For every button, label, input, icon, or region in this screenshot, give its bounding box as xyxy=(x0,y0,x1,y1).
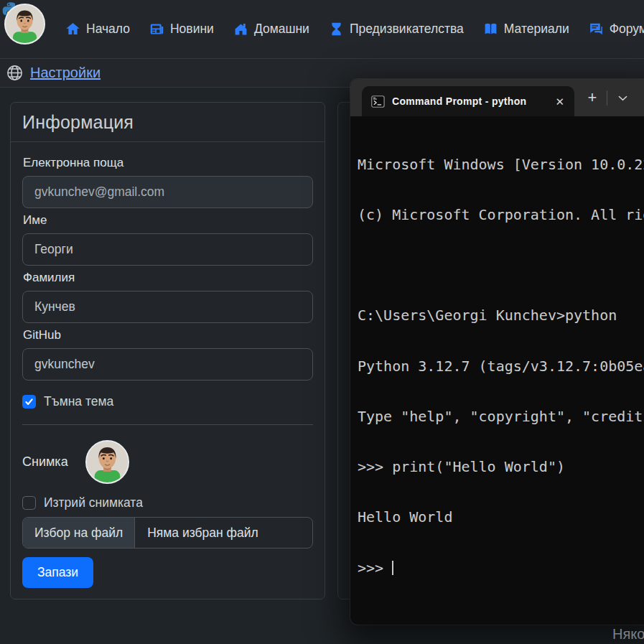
terminal-tab[interactable]: Command Prompt - python ✕ xyxy=(362,86,574,116)
terminal-window: Command Prompt - python ✕ + Microsoft Wi… xyxy=(350,79,644,625)
profile-photo xyxy=(85,440,129,484)
nav-label: Новини xyxy=(170,22,214,37)
hourglass-icon xyxy=(329,22,344,37)
nav-item-forum[interactable]: Форум xyxy=(589,22,644,37)
delete-photo-label: Изтрий снимката xyxy=(44,495,143,510)
brand-avatar[interactable] xyxy=(3,0,50,58)
terminal-line: C:\Users\Georgi Kunchev>python xyxy=(358,307,644,324)
save-button[interactable]: Запази xyxy=(22,557,93,588)
terminal-tab-bar: Command Prompt - python ✕ + xyxy=(350,79,644,116)
photo-label: Снимка xyxy=(22,454,68,470)
book-icon xyxy=(483,22,498,37)
new-tab-button[interactable]: + xyxy=(580,88,605,107)
terminal-line: Hello World xyxy=(358,509,644,526)
tab-dropdown-button[interactable] xyxy=(611,89,634,108)
nav-label: Предизвикателства xyxy=(350,22,464,37)
info-card-body: Електронна поща Име Фамилия GitHub Тъмна… xyxy=(11,142,325,598)
news-icon xyxy=(149,22,164,37)
nav-label: Домашни xyxy=(254,22,309,37)
dark-theme-checkbox[interactable] xyxy=(22,395,36,409)
globe-icon xyxy=(6,64,24,82)
info-card: Информация Електронна поща Име Фамилия G… xyxy=(10,102,325,599)
terminal-prompt-line: >>> xyxy=(358,560,644,577)
dark-theme-label: Тъмна тема xyxy=(44,394,113,409)
dark-theme-row: Тъмна тема xyxy=(22,394,313,409)
terminal-tab-title: Command Prompt - python xyxy=(392,95,548,107)
file-input[interactable]: Избор на файл Няма избран файл xyxy=(22,517,313,549)
house-icon xyxy=(233,22,248,37)
nav-label: Материали xyxy=(504,22,569,37)
nav-label: Форум xyxy=(610,22,644,37)
form-divider xyxy=(22,424,313,425)
main-nav: Начало Новини До xyxy=(65,22,644,37)
first-name-input[interactable] xyxy=(22,233,313,266)
nav-label: Начало xyxy=(86,22,130,37)
footer-text: Няко xyxy=(612,626,644,643)
terminal-line: Microsoft Windows [Version 10.0.22631.44… xyxy=(358,157,644,173)
nav-item-materials[interactable]: Материали xyxy=(483,22,569,37)
delete-photo-checkbox[interactable] xyxy=(22,496,36,510)
terminal-line: Python 3.12.7 (tags/v3.12.7:0b05ead877f,… xyxy=(358,358,644,375)
email-label: Електронна поща xyxy=(23,156,313,170)
file-choose-button[interactable]: Избор на файл xyxy=(23,518,135,548)
tab-bar-divider xyxy=(607,90,607,106)
nav-item-homework[interactable]: Домашни xyxy=(233,22,309,37)
delete-photo-row: Изтрий снимката xyxy=(22,495,313,510)
email-input xyxy=(22,176,313,208)
first-name-label: Име xyxy=(23,213,313,228)
avatar xyxy=(4,4,45,45)
forum-icon xyxy=(589,22,604,37)
terminal-line: (c) Microsoft Corporation. All rights re… xyxy=(358,207,644,223)
card-title: Информация xyxy=(11,103,325,142)
cmd-icon xyxy=(371,95,385,108)
github-label: GitHub xyxy=(23,328,313,342)
terminal-line xyxy=(358,257,644,274)
settings-link[interactable]: Настройки xyxy=(30,65,101,81)
nav-item-challenges[interactable]: Предизвикателства xyxy=(329,22,464,37)
last-name-label: Фамилия xyxy=(23,271,313,285)
terminal-line: Type "help", "copyright", "credits" or "… xyxy=(358,409,644,425)
nav-item-home[interactable]: Начало xyxy=(65,22,130,37)
tab-close-button[interactable]: ✕ xyxy=(555,96,564,107)
file-status-text: Няма избран файл xyxy=(135,518,270,548)
last-name-input[interactable] xyxy=(22,291,313,323)
home-icon xyxy=(65,22,80,37)
top-navbar: Начало Новини До xyxy=(0,0,644,59)
terminal-prompt: >>> xyxy=(358,559,392,577)
github-input[interactable] xyxy=(22,348,313,381)
terminal-line: >>> print("Hello World") xyxy=(358,459,644,475)
terminal-content[interactable]: Microsoft Windows [Version 10.0.22631.44… xyxy=(350,116,644,610)
nav-item-news[interactable]: Новини xyxy=(149,22,214,37)
terminal-cursor xyxy=(392,561,393,575)
photo-row: Снимка xyxy=(22,440,313,484)
